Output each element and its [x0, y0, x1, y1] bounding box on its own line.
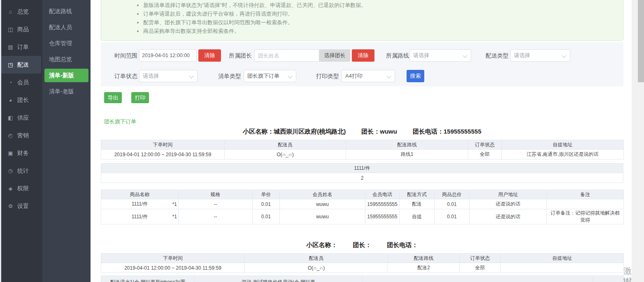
main-content: 新版清单选择订单状态为"请选择"时，不统计待付款、申请退款、已关闭、已退款的订单…: [91, 0, 632, 282]
windows-activation-watermark-subtext: 转到“设置”以激活 Windows: [623, 276, 632, 282]
notice-bullet: 商品采购单导出数据支持全部检索条件。: [143, 27, 618, 35]
time-range-input[interactable]: [139, 49, 197, 62]
cell-product-name: 1111/件*1: [101, 209, 179, 224]
sidebar-item-members[interactable]: ◔ 会员: [0, 74, 42, 91]
col-member-name: 会员姓名: [280, 190, 365, 199]
sidebar-item-label: 订单: [17, 44, 29, 51]
order-status-select[interactable]: 请选择: [139, 70, 198, 82]
cell-delivery-method: 自提: [400, 209, 435, 224]
order-status-select-value: 请选择: [143, 73, 159, 79]
delivery-type-select-value: 请选择: [514, 52, 530, 58]
col-status: 订单状态: [468, 140, 502, 150]
scrollbar-thumb[interactable]: [638, 0, 644, 82]
sidebar-item-finance[interactable]: ▣ 财务: [0, 144, 42, 162]
chevron-down-icon: [288, 74, 292, 78]
sidebar-item-overview[interactable]: ⌂ 总览: [0, 3, 42, 21]
submenu-delivery-staff[interactable]: 配送人员: [42, 19, 91, 35]
sidebar-item-label: 营销: [17, 132, 29, 139]
cell-route: 路线1: [346, 150, 468, 159]
sidebar-item-statistics[interactable]: ◷ 统计: [0, 162, 42, 180]
col-delivery-method: 配送方式: [400, 190, 435, 199]
export-button[interactable]: 导出: [104, 92, 122, 103]
submenu-delivery-routes[interactable]: 配送路线: [42, 3, 91, 19]
col-courier: 配送员: [225, 140, 346, 150]
print-type-select[interactable]: A4打印: [342, 70, 395, 82]
group2-summary-table-clipped: 配送流水1(仓,网站更新iphone3c置 混动-测试规格价格变动(仓,网站更: [101, 275, 624, 282]
sidebar-item-marketing[interactable]: ◴ 营销: [0, 127, 42, 144]
table-row: 2: [101, 173, 623, 183]
summary-product: 1111/件: [101, 164, 623, 173]
submenu-list-old[interactable]: 清单-老版: [42, 83, 91, 99]
sidebar-item-label: 财务: [17, 150, 29, 157]
table-header-row: 商品名称 规格 单价 会员姓名 会员电话 配送方式 商品总价 用户地址 备注: [101, 190, 624, 199]
sidebar-item-supply[interactable]: ◧ 供应: [0, 109, 42, 127]
cell-member-phone: 15955555555: [365, 209, 400, 224]
submenu-list-new[interactable]: 清单-新版: [44, 69, 88, 82]
finance-icon: ▣: [7, 150, 14, 156]
table-row: 1111/件*1 -- 0.01 wuwu 15955555555 配送 0.0…: [101, 199, 624, 209]
sidebar-item-permissions[interactable]: ◈ 权限: [0, 180, 42, 197]
list-type-select[interactable]: 团长旗下订单: [244, 70, 296, 82]
sidebar-item-label: 会员: [17, 79, 29, 86]
route-select-value: 请选择: [413, 52, 429, 58]
col-remark: 备注: [547, 190, 624, 199]
gear-icon: ⚙: [7, 203, 14, 209]
sidebar-item-label: 设置: [17, 203, 29, 210]
notice-bullet: 新版清单选择订单状态为"请选择"时，不统计待付款、申请退款、已关闭、已退款的订单…: [143, 1, 618, 9]
summary-product: 配送流水1(仓,网站更新iphone3c置: [101, 276, 195, 282]
sidebar-item-leaders[interactable]: ◕ 团长: [0, 91, 42, 109]
sidebar-item-label: 配送: [17, 61, 29, 69]
print-button[interactable]: 打印: [131, 92, 149, 103]
sidebar-item-label: 供应: [17, 114, 29, 122]
cell-spec: --: [179, 199, 253, 209]
col-unit-price: 单价: [253, 190, 280, 199]
chevron-down-icon: [463, 53, 467, 58]
cell-remark: [547, 199, 624, 209]
search-button[interactable]: 搜索: [407, 70, 424, 82]
submenu-map-overview[interactable]: 地图总览: [42, 51, 91, 67]
marketing-icon: ◴: [7, 132, 14, 139]
table-header-row: 下单时间 配送员 配送路线 订单状态 自提地址: [101, 140, 624, 150]
list-type-select-value: 团长旗下订单: [247, 73, 279, 79]
leader-name-input[interactable]: [254, 49, 319, 62]
submenu-warehouse[interactable]: 仓库管理: [42, 35, 91, 51]
summary-product: [363, 276, 593, 282]
group1-header: 小区名称：城西崇川区政府(桃坞路北)团长：wuwu团长电话：1595555555…: [101, 128, 623, 136]
route-select[interactable]: 请选择: [409, 49, 471, 62]
supply-icon: ◧: [7, 115, 14, 121]
delivery-type-label: 配送类型: [486, 49, 509, 62]
cell-pickup-address: [501, 263, 624, 273]
group1-items-table: 商品名称 规格 单价 会员姓名 会员电话 配送方式 商品总价 用户地址 备注 1…: [101, 190, 624, 224]
sidebar-item-label: 统计: [17, 167, 29, 175]
sidebar-item-settings[interactable]: ⚙ 设置: [0, 197, 42, 215]
cell-order-time: 2019-04-01 12:00:00 ~ 2019-04-30 11:59:5…: [101, 263, 245, 273]
cell-status: 全部: [460, 263, 501, 273]
clear-time-button[interactable]: 清除: [198, 49, 221, 62]
col-status: 订单状态: [460, 254, 501, 263]
chevron-down-icon: [562, 53, 566, 58]
secondary-sidebar: 配送路线 配送人员 仓库管理 地图总览 清单-新版 清单-老版: [42, 0, 91, 282]
order-status-label: 订单状态: [114, 70, 137, 82]
summary-product: 混动-测试规格价格变动(仓,网站更: [195, 276, 363, 282]
clear-leader-button[interactable]: 清除: [352, 49, 374, 62]
cell-user-address: 还是说的话: [470, 199, 547, 209]
choose-leader-button[interactable]: 选择团长: [319, 49, 350, 62]
sidebar-item-label: 权限: [17, 185, 29, 192]
cell-courier: O(∩_∩): [245, 263, 388, 273]
sidebar-item-goods[interactable]: ◫ 商品: [0, 21, 42, 38]
col-route: 配送路线: [388, 254, 460, 263]
leader-name: 团长：: [353, 241, 372, 248]
chevron-down-icon: [386, 74, 391, 78]
goods-icon: ◫: [7, 26, 14, 32]
sidebar-item-delivery[interactable]: ◳ 配送: [1, 56, 41, 74]
sidebar-item-orders[interactable]: ▤ 订单: [0, 38, 42, 56]
col-courier: 配送员: [245, 254, 388, 263]
chevron-down-icon: [189, 74, 193, 78]
delivery-type-select[interactable]: 请选择: [510, 49, 570, 62]
leader-label: 所属团长: [229, 49, 252, 62]
leader-orders-link[interactable]: 团长旗下订单: [104, 118, 136, 125]
table-header-row: 配送流水1(仓,网站更新iphone3c置 混动-测试规格价格变动(仓,网站更: [101, 276, 624, 282]
col-member-phone: 会员电话: [365, 190, 400, 199]
shield-icon: ◈: [7, 185, 14, 192]
notice-panel: 新版清单选择订单状态为"请选择"时，不统计待付款、申请退款、已关闭、已退款的订单…: [101, 0, 623, 41]
